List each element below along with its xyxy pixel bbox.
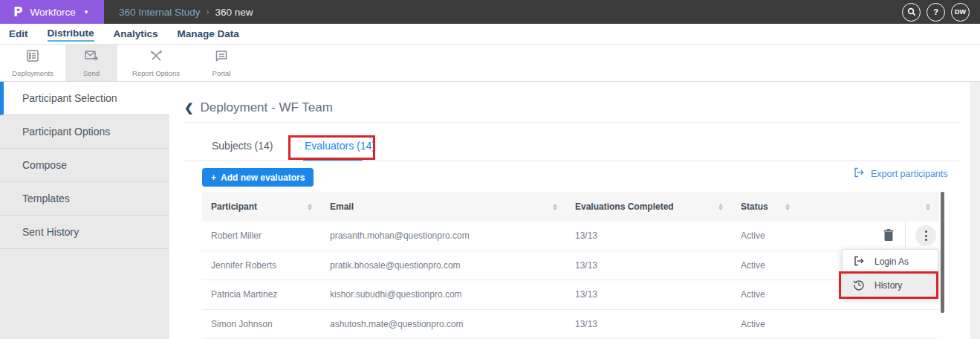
top-bar: P Workforce ▾ 360 Internal Study › 360 n… (0, 0, 980, 24)
sidebar-item-sent-history[interactable]: Sent History (0, 216, 169, 249)
nav-item-distribute[interactable]: Distribute (48, 26, 94, 42)
sidebar-item-label: Participant Options (22, 126, 110, 138)
questionpro-logo-icon: P (13, 4, 22, 19)
divider (184, 161, 959, 161)
distribute-toolbar: Deployments Send Report Options Portal (0, 45, 980, 82)
column-header-actions[interactable] (799, 204, 939, 210)
participant-email: kishor.subudhi@questionpro.com (321, 289, 566, 300)
help-icon[interactable]: ? (927, 3, 945, 22)
evaluations-completed: 13/13 (566, 289, 732, 300)
sidebar-item-templates[interactable]: Templates (0, 182, 169, 216)
evaluations-completed: 13/13 (566, 319, 732, 329)
search-icon[interactable] (902, 3, 921, 22)
avatar[interactable]: DW (951, 3, 970, 22)
app-window: P Workforce ▾ 360 Internal Study › 360 n… (0, 0, 980, 339)
nav-item-edit[interactable]: Edit (9, 27, 28, 41)
table-row: Jennifer Roberts pratik.bhosale@question… (202, 251, 939, 281)
toolbar-label: Deployments (12, 69, 53, 77)
toolbar-label: Report Options (132, 69, 180, 77)
sort-icon[interactable] (926, 204, 930, 210)
report-options-icon (149, 48, 163, 66)
participant-email: ashutosh.mate@questionpro.com (321, 319, 566, 329)
main-nav: Edit Distribute Analytics Manage Data (0, 24, 980, 45)
participant-name: Robert Miller (202, 230, 321, 241)
breadcrumb: 360 Internal Study › 360 new (119, 7, 253, 18)
evaluations-completed: 13/13 (566, 230, 732, 241)
toolbar-report-options[interactable]: Report Options (117, 45, 195, 81)
workforce-menu[interactable]: P Workforce ▾ (0, 0, 104, 24)
page-gutter (970, 82, 980, 339)
send-icon (83, 48, 100, 66)
table-row: Simon Johnson ashutosh.mate@questionpro.… (202, 310, 939, 339)
participant-name: Patricia Martinez (202, 289, 321, 300)
menu-item-history[interactable]: History (843, 274, 938, 297)
sidebar-item-label: Sent History (22, 226, 79, 238)
add-new-evaluators-button[interactable]: + Add new evaluators (202, 168, 314, 187)
sidebar-item-participant-selection[interactable]: Participant Selection (0, 82, 169, 115)
sidebar-item-label: Templates (22, 193, 70, 204)
column-header-evaluations-completed[interactable]: Evaluations Completed (566, 201, 732, 212)
tab-subjects[interactable]: Subjects (14) (212, 140, 273, 152)
status-badge: Active (732, 319, 799, 329)
table-header-row: Participant Email Evaluations Completed … (202, 192, 939, 222)
menu-item-label: History (874, 280, 902, 291)
sort-icon[interactable] (718, 204, 723, 210)
table-row: Patricia Martinez kishor.subudhi@questio… (202, 280, 939, 310)
column-header-email[interactable]: Email (321, 201, 566, 212)
toolbar-label: Send (83, 69, 100, 77)
nav-item-manage-data[interactable]: Manage Data (178, 27, 239, 41)
back-to-deployments[interactable]: ❮ Deployment - WF Team (184, 100, 333, 115)
column-label: Participant (211, 201, 257, 212)
kebab-menu-icon[interactable] (915, 225, 936, 246)
breadcrumb-separator: › (207, 7, 210, 17)
chevron-down-icon: ▾ (85, 8, 88, 16)
menu-item-login-as[interactable]: Login As (843, 250, 938, 274)
sort-icon[interactable] (553, 204, 557, 210)
sidebar-item-label: Participant Selection (22, 92, 117, 104)
sort-icon[interactable] (785, 204, 790, 210)
column-label: Evaluations Completed (575, 201, 674, 212)
page-title: Deployment - WF Team (201, 100, 333, 115)
delete-participant-button[interactable] (872, 228, 905, 244)
status-badge: Active (732, 230, 799, 241)
status-badge: Active (732, 260, 799, 271)
nav-item-analytics[interactable]: Analytics (114, 27, 158, 41)
toolbar-deployments[interactable]: Deployments (0, 45, 65, 81)
trash-icon (883, 228, 895, 244)
tab-evaluators[interactable]: Evaluators (14) (305, 140, 375, 152)
divider (184, 122, 959, 123)
brand-name: Workforce (30, 7, 75, 18)
divider (905, 222, 906, 250)
portal-icon (214, 48, 229, 66)
toolbar-label: Portal (212, 69, 231, 77)
column-label: Status (741, 201, 768, 212)
export-icon (853, 167, 865, 181)
toolbar-send[interactable]: Send (65, 45, 117, 81)
export-label: Export participants (871, 169, 948, 179)
deployments-icon (25, 48, 40, 66)
participants-table: Participant Email Evaluations Completed … (202, 192, 939, 339)
vertical-scrollbar[interactable] (941, 192, 944, 313)
menu-item-label: Login As (874, 256, 909, 267)
breadcrumb-current: 360 new (215, 7, 253, 18)
history-icon (853, 279, 865, 293)
sidebar-item-compose[interactable]: Compose (0, 149, 169, 182)
toolbar-portal[interactable]: Portal (195, 45, 248, 81)
column-header-participant[interactable]: Participant (202, 201, 321, 212)
evaluations-completed: 13/13 (566, 260, 732, 271)
row-actions (799, 222, 939, 251)
sort-icon[interactable] (308, 204, 312, 210)
participant-name: Simon Johnson (202, 319, 321, 329)
login-as-icon (853, 255, 865, 269)
table-row: Robert Miller prasanth.mohan@questionpro… (202, 222, 939, 251)
breadcrumb-parent[interactable]: 360 Internal Study (119, 7, 201, 18)
sidebar-item-participant-options[interactable]: Participant Options (0, 115, 169, 149)
participant-email: prasanth.mohan@questionpro.com (321, 230, 566, 241)
participant-name: Jennifer Roberts (202, 260, 321, 271)
column-header-status[interactable]: Status (732, 201, 799, 212)
plus-icon: + (211, 172, 216, 183)
topbar-actions: ? DW (902, 3, 980, 22)
sidebar-item-label: Compose (22, 159, 67, 171)
export-participants-link[interactable]: Export participants (853, 167, 948, 181)
add-button-label: Add new evaluators (221, 172, 305, 183)
